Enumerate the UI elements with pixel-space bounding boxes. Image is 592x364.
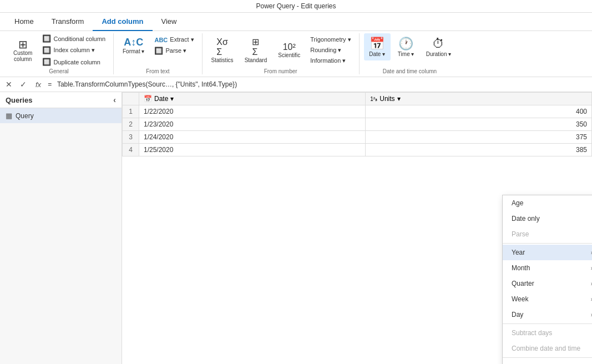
from-number-buttons-top: XσΣ Statistics ⊞Σ Standard 10² Scientifi… (207, 33, 355, 67)
menu-item-month[interactable]: Month › (503, 260, 592, 276)
date-cell-4: 1/25/2020 (139, 144, 366, 156)
ribbon-group-general: ⊞ Customcolumn 🔲 Conditional column 🔲 In… (4, 33, 114, 74)
parse-menu-label: Parse (512, 230, 529, 238)
units-cell-3: 375 (366, 131, 592, 144)
date-icon: 📅 (370, 37, 384, 51)
formula-cancel-btn[interactable]: ✕ (3, 79, 14, 90)
formula-input[interactable] (48, 80, 589, 88)
conditional-col-icon: 🔲 (42, 34, 51, 43)
combine-date-label: Combine date and time (512, 345, 580, 352)
custom-column-icon: ⊞ (18, 39, 28, 50)
general-small-buttons: 🔲 Conditional column 🔲 Index column ▾ 🔲 … (39, 33, 109, 67)
standard-label: Standard (245, 57, 267, 63)
units-col-label: Units (380, 95, 394, 103)
dup-col-label: Duplicate column (53, 59, 100, 65)
information-button[interactable]: Information ▾ (307, 56, 354, 65)
format-icon: A↕C (124, 37, 143, 48)
ribbon-group-from-number: XσΣ Statistics ⊞Σ Standard 10² Scientifi… (203, 33, 360, 74)
menu-item-week[interactable]: Week › (503, 291, 592, 307)
tab-add-column[interactable]: Add column (93, 13, 152, 31)
parse-button[interactable]: 🔲 Parse ▾ (151, 46, 197, 56)
table-row: 1 1/22/2020 400 (123, 105, 592, 118)
from-text-buttons: A↕C Format ▾ ABC Extract ▾ 🔲 Parse ▾ (118, 33, 198, 58)
subtract-days-label: Subtract days (512, 329, 552, 337)
formula-bar: ✕ ✓ fx (0, 77, 592, 92)
from-text-small-buttons: ABC Extract ▾ 🔲 Parse ▾ (151, 35, 197, 56)
formula-fx-label: fx (32, 80, 44, 89)
time-label: Time ▾ (398, 51, 414, 57)
menu-item-date-only[interactable]: Date only (503, 211, 592, 226)
separator-3 (503, 357, 592, 358)
tab-transform[interactable]: Transform (43, 13, 93, 31)
index-column-button[interactable]: 🔲 Index column ▾ (39, 45, 109, 55)
year-label: Year (512, 249, 525, 256)
date-label: Date ▾ (369, 51, 385, 57)
row-num-4: 4 (123, 144, 139, 156)
query-icon: ▦ (6, 112, 12, 120)
ribbon: ⊞ Customcolumn 🔲 Conditional column 🔲 In… (0, 31, 592, 77)
menu-item-combine-date: Combine date and time (503, 341, 592, 356)
format-label: Format ▾ (123, 48, 144, 54)
sidebar: Queries ‹ ▦ Query (0, 92, 122, 364)
statistics-button[interactable]: XσΣ Statistics (207, 34, 238, 67)
duplicate-column-button[interactable]: 🔲 Duplicate column (39, 57, 109, 67)
sidebar-item-label: Query (16, 112, 34, 120)
menu-item-parse: Parse (503, 226, 592, 242)
date-col-dropdown[interactable]: ▾ (170, 95, 174, 103)
extract-button[interactable]: ABC Extract ▾ (151, 35, 197, 44)
row-num-2: 2 (123, 118, 139, 131)
trig-label: Trigonometry ▾ (310, 36, 351, 43)
date-column-header[interactable]: 📅 Date ▾ (139, 93, 366, 105)
datetime-group-label: Date and time column (383, 67, 437, 74)
menu-item-earliest: Earliest (503, 359, 592, 364)
menu-item-age[interactable]: Age (503, 195, 592, 211)
units-cell-1: 400 (366, 105, 592, 118)
information-label: Information ▾ (310, 57, 346, 64)
standard-icon: ⊞Σ (252, 37, 259, 57)
duration-label: Duration ▾ (426, 51, 452, 57)
formula-confirm-btn[interactable]: ✓ (18, 79, 29, 90)
units-col-dropdown[interactable]: ▾ (397, 95, 401, 103)
duration-button[interactable]: ⏱ Duration ▾ (422, 33, 456, 60)
separator-1 (503, 243, 592, 244)
sidebar-item-query[interactable]: ▦ Query (0, 108, 122, 123)
standard-button[interactable]: ⊞Σ Standard (240, 33, 272, 67)
tab-view[interactable]: View (153, 13, 186, 31)
age-label: Age (512, 199, 523, 207)
units-col-icon: 1²₃ (370, 96, 377, 102)
statistics-icon: XσΣ (216, 37, 228, 57)
extract-label: Extract ▾ (170, 36, 194, 43)
rounding-button[interactable]: Rounding ▾ (307, 46, 354, 55)
trigonometry-button[interactable]: Trigonometry ▾ (307, 35, 354, 44)
table-row: 4 1/25/2020 385 (123, 144, 592, 156)
general-buttons-top: ⊞ Customcolumn 🔲 Conditional column 🔲 In… (9, 33, 109, 67)
units-column-header[interactable]: 1²₃ Units ▾ (366, 93, 592, 105)
table-row: 2 1/23/2020 350 (123, 118, 592, 131)
format-button[interactable]: A↕C Format ▾ (118, 33, 149, 58)
date-col-icon: 📅 (144, 95, 152, 103)
date-dropdown-menu: Age Date only Parse Year › Month › Quart… (502, 195, 592, 364)
time-icon: 🕐 (398, 37, 413, 51)
parse-icon: 🔲 (154, 47, 163, 55)
ribbon-group-from-text: A↕C Format ▾ ABC Extract ▾ 🔲 Parse ▾ Fro… (114, 33, 203, 74)
units-cell-4: 385 (366, 144, 592, 156)
sidebar-collapse-btn[interactable]: ‹ (113, 95, 116, 104)
time-button[interactable]: 🕐 Time ▾ (393, 33, 419, 60)
menu-item-year[interactable]: Year › (503, 245, 592, 260)
from-number-group-label: From number (264, 67, 297, 74)
week-label: Week (512, 295, 528, 303)
sidebar-title: Queries (6, 96, 32, 104)
date-cell-1: 1/22/2020 (139, 105, 366, 118)
menu-item-quarter[interactable]: Quarter › (503, 276, 592, 291)
statistics-label: Statistics (211, 57, 234, 63)
extract-icon: ABC (154, 37, 168, 43)
menu-item-day[interactable]: Day › (503, 307, 592, 322)
conditional-column-button[interactable]: 🔲 Conditional column (39, 33, 109, 44)
month-label: Month (512, 264, 530, 272)
scientific-button[interactable]: 10² Scientific (274, 39, 305, 62)
tab-home[interactable]: Home (6, 13, 43, 31)
date-button[interactable]: 📅 Date ▾ (364, 33, 391, 60)
menu-item-subtract-days: Subtract days (503, 325, 592, 341)
date-only-label: Date only (512, 215, 540, 223)
custom-column-button[interactable]: ⊞ Customcolumn (9, 36, 37, 65)
